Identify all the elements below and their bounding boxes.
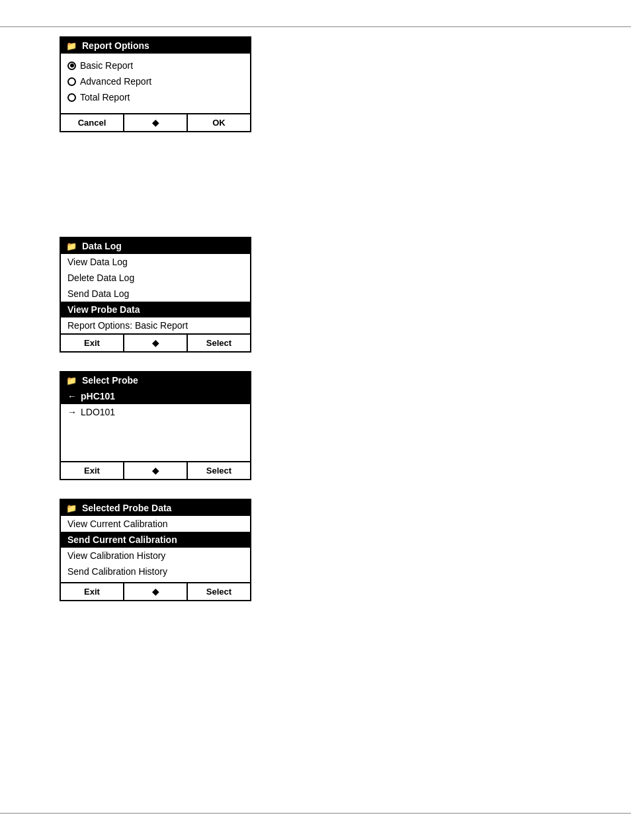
selected-probe-data-body: View Current Calibration Send Current Ca… bbox=[61, 516, 250, 582]
radio-basic bbox=[67, 62, 76, 70]
folder-icon-4: 📁 bbox=[66, 503, 77, 513]
probe-data-label-0: View Current Calibration bbox=[67, 519, 167, 529]
probe-data-item-1[interactable]: Send Current Calibration bbox=[61, 532, 250, 548]
selected-probe-data-dialog: 📁 Selected Probe Data View Current Calib… bbox=[60, 499, 251, 601]
radio-total bbox=[67, 93, 76, 102]
data-log-dialog: 📁 Data Log View Data Log Delete Data Log… bbox=[60, 237, 251, 353]
report-option-advanced[interactable]: Advanced Report bbox=[61, 73, 250, 89]
report-options-footer: Cancel ◆ OK bbox=[61, 113, 250, 131]
data-log-item-1[interactable]: Delete Data Log bbox=[61, 270, 250, 286]
data-log-body: View Data Log Delete Data Log Send Data … bbox=[61, 254, 250, 333]
folder-icon: 📁 bbox=[66, 41, 77, 51]
radio-basic-dot bbox=[70, 63, 74, 67]
probe-item-0[interactable]: ← pHC101 bbox=[61, 388, 250, 404]
top-rule bbox=[0, 26, 631, 27]
probe-data-item-0[interactable]: View Current Calibration bbox=[61, 516, 250, 532]
probe-arrow-1: → bbox=[67, 407, 77, 417]
report-options-body: Basic Report Advanced Report Total Repor… bbox=[61, 54, 250, 113]
data-log-item-0[interactable]: View Data Log bbox=[61, 254, 250, 270]
middle-button-datalog[interactable]: ◆ bbox=[123, 335, 187, 351]
exit-button-datalog[interactable]: Exit bbox=[61, 335, 123, 351]
probe-label-0: pHC101 bbox=[81, 391, 115, 401]
data-log-title: 📁 Data Log bbox=[61, 238, 250, 254]
data-log-label-3: View Probe Data bbox=[67, 304, 140, 315]
middle-button-probedata[interactable]: ◆ bbox=[123, 583, 187, 600]
data-log-item-3[interactable]: View Probe Data bbox=[61, 302, 250, 317]
report-option-advanced-label: Advanced Report bbox=[80, 76, 151, 87]
ok-button[interactable]: OK bbox=[187, 114, 250, 131]
data-log-label-4: Report Options: Basic Report bbox=[67, 320, 188, 331]
report-options-dialog: 📁 Report Options Basic Report Advanced R… bbox=[60, 36, 251, 132]
probe-data-label-2: View Calibration History bbox=[67, 550, 165, 561]
data-log-label-2: Send Data Log bbox=[67, 288, 129, 299]
probe-data-label-3: Send Calibration History bbox=[67, 566, 167, 577]
bottom-rule bbox=[0, 813, 631, 814]
data-log-item-4[interactable]: Report Options: Basic Report bbox=[61, 317, 250, 333]
probe-data-item-3[interactable]: Send Calibration History bbox=[61, 564, 250, 579]
exit-button-probedata[interactable]: Exit bbox=[61, 583, 123, 600]
middle-button-report[interactable]: ◆ bbox=[123, 114, 187, 131]
report-option-basic-label: Basic Report bbox=[80, 60, 133, 71]
select-probe-title: 📁 Select Probe bbox=[61, 372, 250, 388]
select-probe-footer: Exit ◆ Select bbox=[61, 461, 250, 479]
select-button-probedata[interactable]: Select bbox=[187, 583, 250, 600]
probe-item-1[interactable]: → LDO101 bbox=[61, 404, 250, 420]
probe-data-item-2[interactable]: View Calibration History bbox=[61, 548, 250, 564]
select-probe-body: ← pHC101 → LDO101 bbox=[61, 388, 250, 461]
select-button-datalog[interactable]: Select bbox=[187, 335, 250, 351]
exit-button-probe[interactable]: Exit bbox=[61, 462, 123, 479]
selected-probe-data-footer: Exit ◆ Select bbox=[61, 582, 250, 600]
folder-icon-3: 📁 bbox=[66, 376, 77, 386]
folder-icon-2: 📁 bbox=[66, 241, 77, 251]
probe-data-label-1: Send Current Calibration bbox=[67, 534, 177, 545]
selected-probe-data-title-text: Selected Probe Data bbox=[82, 503, 171, 513]
data-log-footer: Exit ◆ Select bbox=[61, 333, 250, 351]
data-log-item-2[interactable]: Send Data Log bbox=[61, 286, 250, 302]
report-options-title-text: Report Options bbox=[82, 40, 149, 51]
radio-advanced bbox=[67, 77, 76, 86]
select-probe-title-text: Select Probe bbox=[82, 375, 138, 386]
middle-button-probe[interactable]: ◆ bbox=[123, 462, 187, 479]
cancel-button[interactable]: Cancel bbox=[61, 114, 123, 131]
report-option-total[interactable]: Total Report bbox=[61, 89, 250, 105]
data-log-title-text: Data Log bbox=[82, 241, 122, 251]
select-probe-dialog: 📁 Select Probe ← pHC101 → LDO101 Exit ◆ … bbox=[60, 371, 251, 480]
probe-label-1: LDO101 bbox=[81, 407, 115, 417]
data-log-label-1: Delete Data Log bbox=[67, 273, 134, 283]
selected-probe-data-title: 📁 Selected Probe Data bbox=[61, 500, 250, 516]
report-options-title: 📁 Report Options bbox=[61, 38, 250, 54]
dialogs-container: 📁 Report Options Basic Report Advanced R… bbox=[0, 36, 631, 620]
report-option-basic[interactable]: Basic Report bbox=[61, 58, 250, 73]
probe-arrow-0: ← bbox=[67, 391, 77, 401]
select-button-probe[interactable]: Select bbox=[187, 462, 250, 479]
data-log-label-0: View Data Log bbox=[67, 257, 128, 267]
report-option-total-label: Total Report bbox=[80, 92, 130, 103]
